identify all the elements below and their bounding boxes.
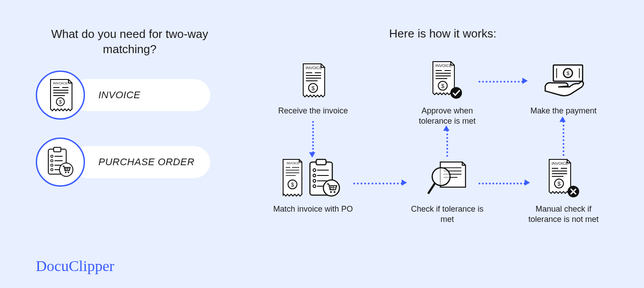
svg-rect-9 <box>54 147 61 152</box>
svg-text:$: $ <box>441 83 445 89</box>
svg-text:INVOICE: INVOICE <box>53 81 68 85</box>
node-pay: $ Make the payment <box>523 58 604 116</box>
arrowhead-icon <box>559 117 566 122</box>
node-receive: INVOICE $ Receive the invoice <box>273 58 353 116</box>
arrow-receive-match <box>312 121 314 153</box>
magnify-doc-icon <box>425 157 470 201</box>
node-approve: INVOICE $ Approve when tolerance is met <box>407 58 487 127</box>
node-match-label: Match invoice with PO <box>273 204 353 214</box>
arrowhead-icon <box>522 78 528 84</box>
svg-text:INVOICE: INVOICE <box>287 162 300 165</box>
docuclipper-logo: DocuClipper <box>36 258 114 275</box>
node-match: INVOICE $ <box>273 157 353 214</box>
svg-point-74 <box>432 168 450 186</box>
po-circle <box>36 138 85 187</box>
svg-point-19 <box>65 171 67 173</box>
svg-rect-55 <box>316 159 326 165</box>
node-approve-label: Approve when tolerance is met <box>407 106 487 127</box>
svg-text:$: $ <box>311 85 315 92</box>
svg-point-40 <box>450 87 462 99</box>
svg-text:$: $ <box>291 182 294 188</box>
invoice-icon: INVOICE $ <box>47 79 74 112</box>
svg-text:$: $ <box>557 180 561 187</box>
svg-text:$: $ <box>59 99 62 104</box>
invoice-cross-icon: INVOICE $ <box>546 159 581 200</box>
svg-point-64 <box>323 180 339 196</box>
requirements-heading: What do you need for two-way matching? <box>36 27 224 57</box>
arrowhead-icon <box>309 152 315 158</box>
svg-point-65 <box>330 191 332 193</box>
workflow-heading: Here is how it works: <box>300 27 586 41</box>
arrow-check-approve <box>446 130 448 157</box>
payment-icon: $ <box>541 61 586 101</box>
node-manual: INVOICE $ Manual check if tolerance is n… <box>523 157 604 225</box>
arrowhead-icon <box>443 125 449 131</box>
svg-text:INVOICE: INVOICE <box>435 63 452 68</box>
svg-text:INVOICE: INVOICE <box>551 161 568 166</box>
node-check-label: Check if tolerance is met <box>407 204 487 225</box>
invoice-circle: INVOICE $ <box>36 71 85 120</box>
arrowhead-icon <box>525 179 530 186</box>
arrow-check-manual <box>479 183 525 184</box>
arrow-approve-pay <box>479 81 523 83</box>
arrow-match-check <box>353 183 402 184</box>
arrow-manual-pay <box>563 121 564 156</box>
node-check: Check if tolerance is met <box>407 157 487 225</box>
workflow-panel: Here is how it works: INVOICE $ Receive <box>268 27 617 255</box>
invoice-label: INVOICE <box>72 79 210 111</box>
arrowhead-icon <box>402 179 407 186</box>
node-pay-label: Make the payment <box>530 106 597 116</box>
requirements-panel: What do you need for two-way matching? I… <box>36 27 224 205</box>
svg-point-20 <box>68 171 69 173</box>
requirement-invoice: INVOICE $ INVOICE <box>36 71 224 120</box>
invoice-icon: INVOICE $ <box>300 63 326 99</box>
po-label: PURCHASE ORDER <box>72 146 210 178</box>
svg-text:$: $ <box>567 70 570 76</box>
svg-text:INVOICE: INVOICE <box>305 66 322 70</box>
requirement-po: PURCHASE ORDER <box>36 138 224 187</box>
node-receive-label: Receive the invoice <box>278 106 348 116</box>
svg-point-66 <box>334 191 335 193</box>
purchase-order-icon <box>46 146 75 179</box>
svg-line-75 <box>428 183 435 194</box>
svg-point-18 <box>59 163 73 176</box>
invoice-check-icon: INVOICE $ <box>429 61 465 101</box>
workflow-flow: INVOICE $ Receive the invoice INVOICE <box>268 58 617 255</box>
invoice-po-icon: INVOICE $ <box>280 157 347 201</box>
node-manual-label: Manual check if tolerance is not met <box>523 204 604 225</box>
